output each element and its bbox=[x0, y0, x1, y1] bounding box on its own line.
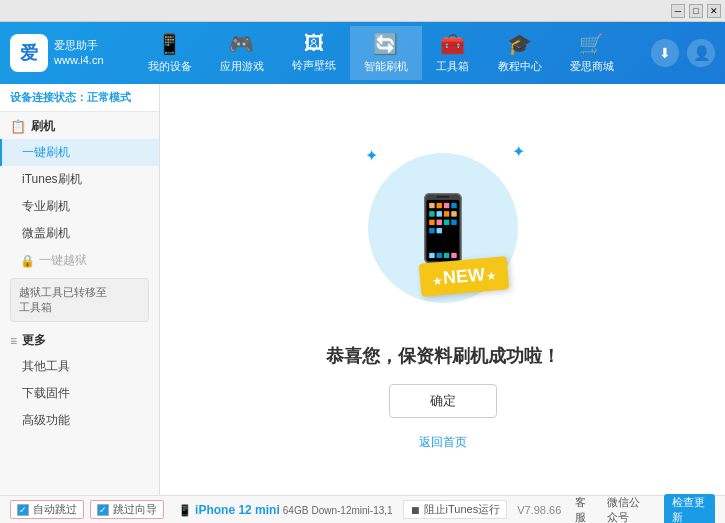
status-label: 设备连接状态： bbox=[10, 91, 87, 103]
back-link[interactable]: 返回首页 bbox=[419, 434, 467, 451]
user-button[interactable]: 👤 bbox=[687, 39, 715, 67]
stop-icon: ⏹ bbox=[410, 504, 421, 516]
sidebar-item-pro-flash[interactable]: 专业刷机 bbox=[0, 193, 159, 220]
check-update-button[interactable]: 检查更新 bbox=[664, 494, 715, 524]
sidebar-item-itunes[interactable]: iTunes刷机 bbox=[0, 166, 159, 193]
window-controls[interactable]: ─ □ ✕ bbox=[671, 4, 721, 18]
nav-shop-label: 爱思商城 bbox=[570, 59, 614, 74]
sidebar: 设备连接状态：正常模式 📋 刷机 一键刷机 iTunes刷机 专业刷机 微盖刷机… bbox=[0, 84, 160, 495]
logo-icon: 爱 bbox=[10, 34, 48, 72]
maximize-button[interactable]: □ bbox=[689, 4, 703, 18]
confirm-button[interactable]: 确定 bbox=[389, 384, 497, 418]
skip-wizard-label: 跳过向导 bbox=[113, 502, 157, 517]
content-area: 📱 NEW ✦ ✦ 恭喜您，保资料刷机成功啦！ 确定 返回首页 bbox=[160, 84, 725, 495]
close-button[interactable]: ✕ bbox=[707, 4, 721, 18]
new-badge: NEW bbox=[418, 256, 509, 297]
success-text: 恭喜您，保资料刷机成功啦！ bbox=[326, 344, 560, 368]
minimize-button[interactable]: ─ bbox=[671, 4, 685, 18]
header-right: ⬇ 👤 bbox=[651, 39, 715, 67]
phone-icon: 📱 bbox=[403, 191, 483, 266]
nav-smart-shop-label: 智能刷机 bbox=[364, 59, 408, 74]
logo-area: 爱 爱思助手 www.i4.cn bbox=[10, 34, 110, 72]
app-game-icon: 🎮 bbox=[229, 32, 254, 56]
device-storage: 64GB bbox=[283, 505, 309, 516]
auto-launch-checkbox[interactable]: ✓ bbox=[17, 504, 29, 516]
nav-smart-shop[interactable]: 🔄 智能刷机 bbox=[350, 26, 422, 80]
smart-shop-icon: 🔄 bbox=[373, 32, 398, 56]
auto-launch-checkbox-area[interactable]: ✓ 自动跳过 bbox=[10, 500, 84, 519]
sidebar-item-one-key[interactable]: 一键刷机 bbox=[0, 139, 159, 166]
logo-line2: www.i4.cn bbox=[54, 53, 104, 68]
skip-wizard-checkbox[interactable]: ✓ bbox=[97, 504, 109, 516]
sidebar-item-download-firmware[interactable]: 下载固件 bbox=[0, 380, 159, 407]
nav-my-device[interactable]: 📱 我的设备 bbox=[134, 26, 206, 80]
bottom-bar: ✓ 自动跳过 ✓ 跳过向导 📱 iPhone 12 mini 64GB Down… bbox=[0, 495, 725, 523]
nav-shop[interactable]: 🛒 爱思商城 bbox=[556, 26, 628, 80]
sidebar-item-other-tools[interactable]: 其他工具 bbox=[0, 353, 159, 380]
success-graphic: 📱 NEW ✦ ✦ bbox=[343, 128, 543, 328]
device-phone-icon: 📱 bbox=[178, 504, 192, 516]
title-bar: ─ □ ✕ bbox=[0, 0, 725, 22]
nav-toolbox-label: 工具箱 bbox=[436, 59, 469, 74]
logo-text: 爱思助手 www.i4.cn bbox=[54, 38, 104, 69]
more-section-label: 更多 bbox=[22, 332, 46, 349]
phone-circle: 📱 NEW bbox=[368, 153, 518, 303]
nav-app-game-label: 应用游戏 bbox=[220, 59, 264, 74]
logo-line1: 爱思助手 bbox=[54, 38, 104, 53]
more-section-header: ≡ 更多 bbox=[0, 326, 159, 353]
device-name: iPhone 12 mini bbox=[195, 503, 280, 517]
bottom-right: V7.98.66 客服 微信公众号 检查更新 bbox=[517, 494, 715, 524]
stop-itunes-button[interactable]: ⏹ 阻止iTunes运行 bbox=[403, 500, 508, 519]
jailbreak-note: 越狱工具已转移至 工具箱 bbox=[10, 278, 149, 322]
shop-icon: 🛒 bbox=[579, 32, 604, 56]
header: 爱 爱思助手 www.i4.cn 📱 我的设备 🎮 应用游戏 🖼 铃声壁纸 🔄 … bbox=[0, 22, 725, 84]
device-model: Down-12mini-13,1 bbox=[311, 505, 392, 516]
nav-tutorial-label: 教程中心 bbox=[498, 59, 542, 74]
lock-icon: 🔒 bbox=[20, 254, 35, 268]
flash-section-header: 📋 刷机 bbox=[0, 112, 159, 139]
nav-wallpaper-label: 铃声壁纸 bbox=[292, 58, 336, 73]
nav-tutorial[interactable]: 🎓 教程中心 bbox=[484, 26, 556, 80]
download-button[interactable]: ⬇ bbox=[651, 39, 679, 67]
toolbox-icon: 🧰 bbox=[440, 32, 465, 56]
flash-section-icon: 📋 bbox=[10, 119, 26, 134]
nav-my-device-label: 我的设备 bbox=[148, 59, 192, 74]
bottom-left: ✓ 自动跳过 ✓ 跳过向导 bbox=[10, 500, 164, 519]
device-info: 📱 iPhone 12 mini 64GB Down-12mini-13,1 bbox=[178, 503, 393, 517]
main-area: 设备连接状态：正常模式 📋 刷机 一键刷机 iTunes刷机 专业刷机 微盖刷机… bbox=[0, 84, 725, 495]
stop-itunes-label: 阻止iTunes运行 bbox=[424, 502, 501, 517]
version-label: V7.98.66 bbox=[517, 504, 561, 516]
connection-status: 设备连接状态：正常模式 bbox=[0, 84, 159, 112]
sidebar-item-micro-flash[interactable]: 微盖刷机 bbox=[0, 220, 159, 247]
skip-wizard-checkbox-area[interactable]: ✓ 跳过向导 bbox=[90, 500, 164, 519]
my-device-icon: 📱 bbox=[157, 32, 182, 56]
customer-service-link[interactable]: 客服 bbox=[575, 495, 592, 524]
nav-wallpaper[interactable]: 🖼 铃声壁纸 bbox=[278, 26, 350, 80]
nav-app-game[interactable]: 🎮 应用游戏 bbox=[206, 26, 278, 80]
wechat-link[interactable]: 微信公众号 bbox=[607, 495, 651, 524]
flash-section-label: 刷机 bbox=[31, 118, 55, 135]
tutorial-icon: 🎓 bbox=[507, 32, 532, 56]
sparkle-topright: ✦ bbox=[512, 142, 525, 161]
jailbreak-note-line2: 工具箱 bbox=[19, 300, 140, 315]
auto-launch-label: 自动跳过 bbox=[33, 502, 77, 517]
nav-bar: 📱 我的设备 🎮 应用游戏 🖼 铃声壁纸 🔄 智能刷机 🧰 工具箱 🎓 教程中心… bbox=[110, 26, 651, 80]
wallpaper-icon: 🖼 bbox=[304, 32, 324, 55]
nav-toolbox[interactable]: 🧰 工具箱 bbox=[422, 26, 484, 80]
sidebar-item-advanced[interactable]: 高级功能 bbox=[0, 407, 159, 434]
sidebar-item-jailbreak-disabled: 🔒 一键越狱 bbox=[0, 247, 159, 274]
jailbreak-note-line1: 越狱工具已转移至 bbox=[19, 285, 140, 300]
more-section-icon: ≡ bbox=[10, 334, 17, 348]
sparkle-topleft: ✦ bbox=[365, 146, 378, 165]
status-value: 正常模式 bbox=[87, 91, 131, 103]
